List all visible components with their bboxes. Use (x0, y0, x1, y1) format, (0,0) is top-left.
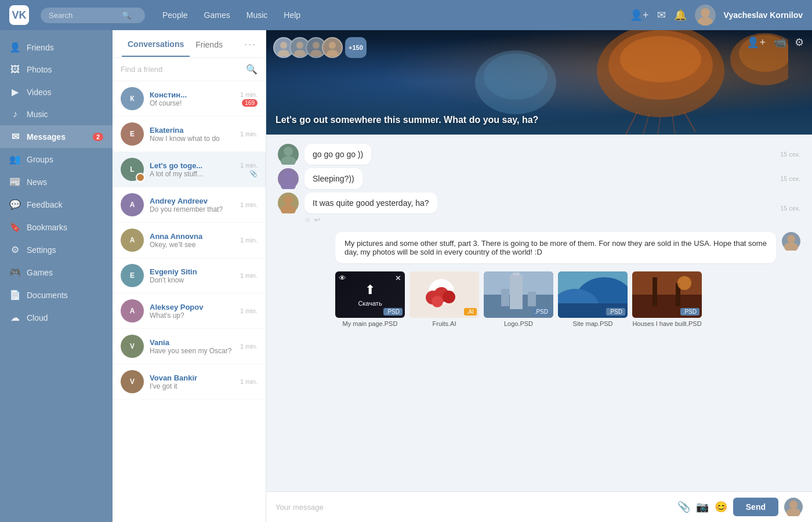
svg-rect-37 (513, 273, 520, 276)
attach-file-icon[interactable]: 📎 (677, 501, 690, 513)
sidebar-item-videos[interactable]: ▶ Videos (0, 81, 113, 103)
attachment-item[interactable]: .PSD Houses I have built.PSD (632, 271, 702, 327)
cloud-icon: ☁ (9, 312, 21, 323)
topnav: VK 🔍 People Games Music Help 👤+ ✉ 🔔 Vyac… (0, 0, 812, 30)
sidebar-item-friends[interactable]: 👤 Friends (0, 36, 113, 59)
chat-settings-icon[interactable]: ⚙ (795, 36, 804, 49)
conv-time: 1 min. (240, 201, 258, 208)
eye-icon: 👁 (339, 274, 346, 282)
sidebar-item-cloud[interactable]: ☁ Cloud (0, 306, 113, 329)
svg-point-15 (278, 50, 289, 56)
vk-logo[interactable]: VK (9, 5, 29, 25)
send-button[interactable]: Send (733, 498, 778, 516)
unread-badge: 169 (242, 99, 258, 107)
sidebar-item-documents[interactable]: 📄 Documents (0, 284, 113, 306)
sidebar-item-groups[interactable]: 👥 Groups (0, 148, 113, 171)
nav-games[interactable]: Games (204, 10, 230, 20)
avatar (278, 193, 299, 213)
tab-conversations[interactable]: Conversations (122, 39, 190, 57)
svg-point-11 (484, 53, 548, 100)
svg-point-22 (284, 147, 293, 156)
list-item[interactable]: V Vania Have you seen my Oscar? 1 min. (113, 329, 266, 364)
sidebar-item-messages[interactable]: ✉ Messages 2 (0, 125, 113, 148)
message-bubble: It was quite good yesterday, ha? (304, 193, 437, 213)
conv-preview: What's up? (150, 311, 234, 320)
file-type-badge: .PSD (383, 308, 403, 316)
sidebar-item-news[interactable]: 📰 News (0, 171, 113, 193)
sidebar-item-settings[interactable]: ⚙ Settings (0, 238, 113, 261)
find-friend-input[interactable] (121, 65, 241, 74)
more-options-button[interactable]: ··· (244, 38, 256, 57)
sidebar-item-games[interactable]: 🎮 Games (0, 261, 113, 284)
outgoing-content: My pictures and some other stuff, part 3… (335, 232, 776, 327)
sidebar-item-music[interactable]: ♪ Music (0, 103, 113, 125)
conv-name: Aleksey Popov (150, 303, 234, 311)
add-member-icon[interactable]: 👤+ (746, 36, 766, 49)
svg-point-32 (443, 291, 455, 303)
conv-time: 1 min. (240, 91, 258, 98)
like-icon[interactable]: ☆ (304, 216, 311, 224)
list-item[interactable]: E Ekaterina Now I know what to do 1 min. (113, 117, 266, 152)
add-friend-icon[interactable]: 👤+ (630, 9, 649, 21)
conv-name: Vovan Bankir (150, 374, 234, 382)
outgoing-message-group: My pictures and some other stuff, part 3… (278, 232, 800, 327)
file-type-badge: .PSD (680, 308, 699, 316)
svg-rect-39 (528, 292, 536, 306)
camera-icon[interactable]: 📷 (696, 501, 709, 513)
nav-help[interactable]: Help (284, 10, 300, 20)
svg-point-33 (432, 296, 443, 307)
topnav-right: 👤+ ✉ 🔔 Vyacheslav Kornilov (630, 5, 803, 26)
search-input[interactable] (49, 11, 118, 20)
conv-time: 1 min. (240, 162, 258, 169)
sidebar-item-label: Videos (27, 88, 52, 97)
conv-name: Констин... (150, 90, 234, 99)
attachment-item[interactable]: .PSD Logo.PSD (484, 271, 553, 327)
sidebar-item-label: Groups (27, 155, 53, 164)
user-name[interactable]: Vyacheslav Kornilov (724, 10, 803, 20)
svg-point-23 (281, 156, 296, 165)
conv-meta: 1 min. (240, 130, 258, 137)
message-time: 15 сек. (780, 205, 800, 212)
conv-time: 1 min. (240, 378, 258, 385)
attachment-preview: .AI (409, 271, 479, 318)
list-item[interactable]: L Let's go toge... A lot of my stuff... … (113, 152, 266, 187)
conv-info: Andrey Andreev Do you remember that? (150, 197, 234, 213)
sidebar-item-label: Music (27, 110, 48, 119)
list-item[interactable]: E Evgeniy Sitin Don't know 1 min. (113, 258, 266, 293)
user-avatar[interactable] (695, 5, 716, 26)
tab-friends[interactable]: Friends (190, 40, 229, 56)
svg-point-18 (313, 42, 320, 49)
conv-tabs: Conversations Friends ··· (113, 30, 266, 58)
video-call-icon[interactable]: 📹 (774, 36, 786, 49)
notifications-icon[interactable]: 🔔 (674, 9, 687, 21)
attachment-item[interactable]: .PSD Site map.PSD (558, 271, 628, 327)
conv-info: Let's go toge... A lot of my stuff... (150, 161, 234, 178)
list-item[interactable]: V Vovan Bankir I've got it 1 min. (113, 364, 266, 400)
reply-icon[interactable]: ↩ (314, 216, 320, 224)
list-item[interactable]: К Констин... Of course! 1 min. 169 (113, 81, 266, 117)
messages-icon[interactable]: ✉ (657, 9, 666, 21)
svg-point-1 (698, 17, 713, 26)
input-user-avatar (784, 498, 803, 516)
conv-info: Evgeniy Sitin Don't know (150, 267, 234, 284)
list-item[interactable]: A Andrey Andreev Do you remember that? 1… (113, 187, 266, 223)
download-label[interactable]: Скачать (358, 300, 382, 307)
emoji-icon[interactable]: 😊 (715, 501, 727, 513)
message-input[interactable] (276, 503, 672, 512)
nav-people[interactable]: People (162, 10, 188, 20)
sidebar-item-label: Games (27, 268, 53, 277)
chat-group-caption: Let's go out somewhere this summer. What… (276, 115, 538, 125)
sidebar-item-feedback[interactable]: 💬 Feedback (0, 193, 113, 216)
close-icon[interactable]: ✕ (395, 274, 401, 282)
list-item[interactable]: A Aleksey Popov What's up? 1 min. (113, 293, 266, 329)
list-item[interactable]: A Anna Annovna Okey, we'll see 1 min. (113, 223, 266, 258)
nav-music[interactable]: Music (246, 10, 268, 20)
videos-icon: ▶ (9, 86, 21, 97)
sidebar-item-label: Friends (27, 43, 54, 52)
sidebar-item-label: News (27, 177, 47, 187)
attachment-item[interactable]: .AI Fruits.AI (409, 271, 479, 327)
sidebar-item-bookmarks[interactable]: 🔖 Bookmarks (0, 216, 113, 238)
music-icon: ♪ (9, 109, 21, 119)
conv-preview: Don't know (150, 276, 234, 284)
sidebar-item-photos[interactable]: 🖼 Photos (0, 59, 113, 81)
